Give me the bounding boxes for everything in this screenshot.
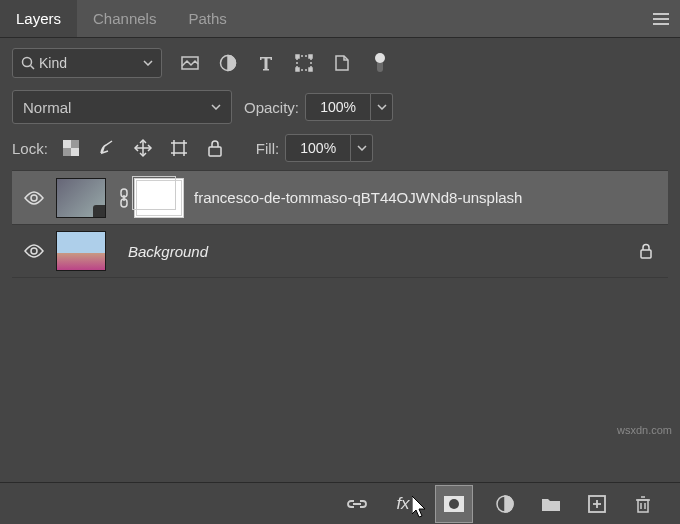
opacity-input[interactable]: 100% — [305, 93, 371, 121]
search-icon — [21, 56, 35, 70]
svg-rect-41 — [638, 500, 648, 512]
plus-square-icon — [588, 495, 606, 513]
chevron-down-icon — [211, 104, 221, 110]
fx-icon: fx — [396, 494, 409, 514]
filter-type-layers-icon[interactable] — [256, 53, 276, 73]
blend-mode-select[interactable]: Normal — [12, 90, 232, 124]
lock-position-icon[interactable] — [132, 137, 154, 159]
svg-point-36 — [449, 499, 459, 509]
layer-thumbnail[interactable] — [56, 231, 106, 271]
layer-fx-button[interactable]: fx — [390, 491, 416, 517]
svg-point-13 — [375, 53, 385, 63]
layer-row[interactable]: francesco-de-tommaso-qBT44OJWNd8-unsplas… — [12, 170, 668, 224]
link-icon — [114, 188, 134, 208]
filter-kind-select[interactable]: Kind — [12, 48, 162, 78]
blend-mode-label: Normal — [23, 99, 71, 116]
opacity-scrubber[interactable] — [371, 93, 393, 121]
svg-point-33 — [31, 248, 37, 254]
filter-kind-label: Kind — [35, 55, 143, 71]
watermark: wsxdn.com — [617, 424, 672, 436]
tab-channels[interactable]: Channels — [77, 0, 172, 37]
chevron-down-icon — [357, 145, 367, 151]
add-layer-button[interactable] — [584, 491, 610, 517]
delete-layer-button[interactable] — [630, 491, 656, 517]
fill-input[interactable]: 100% — [285, 134, 351, 162]
folder-icon — [541, 496, 561, 512]
visibility-toggle[interactable] — [24, 191, 44, 205]
eye-icon — [24, 191, 44, 205]
svg-rect-11 — [309, 68, 312, 71]
svg-point-29 — [31, 195, 37, 201]
lock-transparency-icon[interactable] — [60, 137, 82, 159]
filter-toggle-switch[interactable] — [370, 53, 390, 73]
svg-rect-19 — [174, 143, 184, 153]
lock-indicator-icon[interactable] — [628, 243, 664, 259]
lock-artboard-icon[interactable] — [168, 137, 190, 159]
layer-thumbnail[interactable] — [56, 178, 106, 218]
layer-mask-thumbnail[interactable] — [134, 178, 184, 218]
visibility-toggle[interactable] — [24, 244, 44, 258]
lock-pixels-icon[interactable] — [96, 137, 118, 159]
adjustment-icon — [495, 494, 515, 514]
svg-rect-34 — [641, 250, 651, 258]
chevron-down-icon — [143, 60, 153, 66]
hamburger-icon — [653, 13, 669, 25]
mask-icon — [443, 495, 465, 513]
svg-rect-10 — [296, 68, 299, 71]
fill-label: Fill: — [256, 140, 279, 157]
layer-name[interactable]: francesco-de-tommaso-qBT44OJWNd8-unsplas… — [194, 189, 664, 206]
lock-label: Lock: — [12, 140, 48, 157]
chain-icon — [346, 497, 368, 511]
layer-name[interactable]: Background — [128, 243, 628, 260]
add-mask-button[interactable] — [436, 486, 472, 522]
svg-rect-16 — [71, 148, 79, 156]
tab-layers[interactable]: Layers — [0, 0, 77, 37]
tab-paths[interactable]: Paths — [172, 0, 242, 37]
eye-icon — [24, 244, 44, 258]
svg-line-4 — [31, 66, 35, 70]
link-layers-button[interactable] — [344, 491, 370, 517]
filter-smart-objects-icon[interactable] — [332, 53, 352, 73]
add-adjustment-button[interactable] — [492, 491, 518, 517]
svg-rect-28 — [209, 147, 221, 156]
panel-menu-button[interactable] — [642, 0, 680, 37]
svg-rect-9 — [309, 55, 312, 58]
layer-row[interactable]: Background — [12, 224, 668, 278]
add-group-button[interactable] — [538, 491, 564, 517]
filter-adjustment-layers-icon[interactable] — [218, 53, 238, 73]
lock-all-icon[interactable] — [204, 137, 226, 159]
svg-rect-15 — [63, 140, 71, 148]
filter-pixel-layers-icon[interactable] — [180, 53, 200, 73]
fill-scrubber[interactable] — [351, 134, 373, 162]
svg-rect-8 — [296, 55, 299, 58]
chevron-down-icon — [377, 104, 387, 110]
opacity-label: Opacity: — [244, 99, 299, 116]
svg-point-3 — [23, 58, 32, 67]
trash-icon — [635, 495, 651, 513]
filter-shape-layers-icon[interactable] — [294, 53, 314, 73]
